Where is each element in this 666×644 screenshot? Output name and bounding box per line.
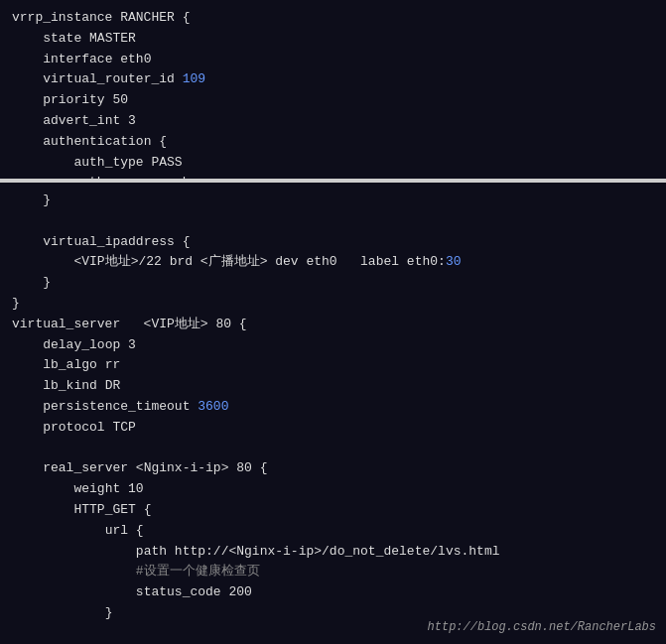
- code-line: auth_type PASS: [12, 153, 654, 174]
- code-line: persistence_timeout 3600: [12, 397, 654, 418]
- code-line: interface eth0: [12, 50, 654, 70]
- code-line: <VIP地址>/22 brd <广播地址> dev eth0 label eth…: [12, 252, 654, 273]
- bottom-panel: http://blog.csdn.net/RancherLabs } virtu…: [0, 183, 666, 644]
- code-line: }: [12, 273, 654, 294]
- code-line: protocol TCP: [12, 418, 654, 439]
- code-line: lb_algo rr: [12, 355, 654, 376]
- code-line: url {: [12, 521, 654, 542]
- code-line: virtual_server <VIP地址> 80 {: [12, 315, 654, 335]
- code-line: [12, 211, 654, 232]
- code-line: delay_loop 3: [12, 335, 654, 356]
- code-line: advert_int 3: [12, 111, 654, 132]
- code-line: virtual_router_id 109: [12, 69, 654, 90]
- code-line: vrrp_instance RANCHER {: [12, 8, 654, 29]
- code-line: real_server <Nginx-i-ip> 80 {: [12, 458, 654, 479]
- code-line: path http://<Nginx-i-ip>/do_not_delete/l…: [12, 542, 654, 563]
- code-line: }: [12, 294, 654, 315]
- code-line: virtual_ipaddress {: [12, 232, 654, 253]
- code-line: HTTP_GET {: [12, 500, 654, 521]
- code-line: }: [12, 191, 654, 211]
- code-line: state MASTER: [12, 29, 654, 50]
- code-line: authentication {: [12, 132, 654, 153]
- top-panel: vrrp_instance RANCHER { state MASTER int…: [0, 0, 666, 179]
- watermark: http://blog.csdn.net/RancherLabs: [428, 620, 656, 634]
- code-line: lb_kind DR: [12, 376, 654, 397]
- code-line: [12, 439, 654, 459]
- code-line: weight 10: [12, 479, 654, 500]
- code-line: priority 50: [12, 90, 654, 111]
- code-line: #设置一个健康检查页: [12, 562, 654, 582]
- code-line: status_code 200: [12, 582, 654, 603]
